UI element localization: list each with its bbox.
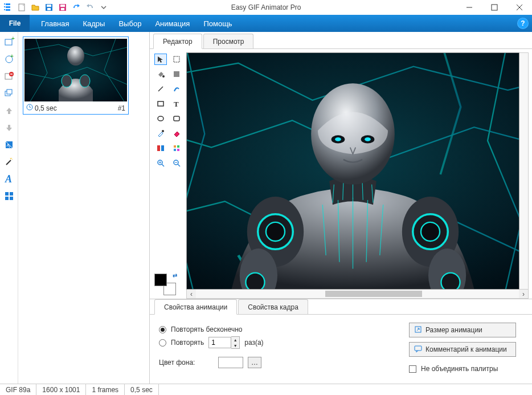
tab-help[interactable]: Помощь — [203, 19, 232, 28]
scroll-left-icon[interactable]: ‹ — [187, 290, 196, 298]
new-icon[interactable] — [16, 2, 27, 13]
qat-dropdown-icon[interactable] — [98, 2, 109, 13]
delete-frame-icon[interactable] — [2, 70, 16, 83]
resize-animation-button[interactable]: Размер анимации — [409, 323, 516, 337]
radio-repeat-n[interactable] — [159, 339, 166, 347]
tab-editor[interactable]: Редактор — [153, 34, 202, 49]
canvas[interactable] — [186, 52, 519, 290]
svg-rect-47 — [161, 145, 164, 151]
marquee-tool[interactable] — [170, 54, 183, 65]
editor-area: Редактор Просмотр T — [149, 32, 532, 384]
svg-point-68 — [245, 273, 264, 290]
zoom-in-tool[interactable] — [154, 157, 167, 169]
repeat-count-stepper[interactable]: ▲▼ — [208, 336, 240, 349]
svg-rect-50 — [174, 149, 176, 151]
save-as-icon[interactable] — [57, 2, 68, 13]
rect-tool[interactable] — [154, 98, 167, 109]
svg-rect-5 — [4, 9, 5, 10]
undo-icon[interactable] — [71, 2, 82, 13]
properties-panel: Повторять бесконечно Повторять ▲▼ раз(а)… — [150, 315, 532, 384]
svg-rect-39 — [174, 71, 179, 77]
spin-down[interactable]: ▼ — [231, 343, 239, 348]
horizontal-scrollbar[interactable]: ‹ › — [186, 290, 529, 299]
bg-color-picker-button[interactable]: … — [248, 357, 261, 368]
effects-icon[interactable] — [2, 138, 16, 152]
swap-colors-icon[interactable]: ⇄ — [173, 272, 177, 279]
frame-thumbnail[interactable]: 0,5 sec #1 — [23, 36, 129, 115]
svg-rect-8 — [47, 5, 51, 7]
text-tool[interactable]: T — [170, 98, 183, 109]
animation-comment-button[interactable]: Комментарий к анимации — [409, 342, 516, 357]
scroll-right-icon[interactable]: › — [519, 290, 528, 298]
label-times: раз(а) — [244, 339, 263, 347]
insert-frame-icon[interactable]: + — [2, 52, 16, 66]
svg-point-69 — [441, 273, 460, 290]
status-bar: GIF 89a 1600 x 1001 1 frames 0,5 sec — [0, 384, 532, 395]
zoom-out-tool[interactable] — [170, 157, 183, 169]
color-swatches[interactable]: ⇄ — [154, 274, 176, 295]
svg-rect-41 — [158, 101, 163, 106]
qat-properties-icon[interactable] — [2, 2, 14, 13]
help-button[interactable]: ? — [517, 18, 529, 29]
foreground-color[interactable] — [154, 274, 167, 286]
vertical-scrollbar[interactable] — [519, 52, 529, 290]
text-icon[interactable]: A — [2, 172, 16, 186]
crop-tool[interactable] — [154, 142, 167, 154]
tab-select[interactable]: Выбор — [118, 19, 141, 28]
svg-line-57 — [178, 164, 180, 166]
tab-preview[interactable]: Просмотр — [203, 34, 254, 48]
tab-main[interactable]: Главная — [41, 19, 69, 28]
svg-point-33 — [67, 46, 84, 66]
svg-rect-30 — [5, 197, 9, 200]
svg-rect-9 — [47, 8, 51, 10]
svg-rect-37 — [174, 56, 179, 62]
grid-icon[interactable] — [2, 189, 16, 203]
resize-icon — [414, 325, 422, 335]
eraser-tool[interactable] — [170, 128, 183, 139]
bg-color-well[interactable] — [218, 357, 243, 368]
repeat-count-input[interactable] — [208, 337, 231, 348]
svg-point-78 — [335, 137, 341, 141]
move-up-icon[interactable] — [2, 104, 16, 117]
close-button[interactable] — [507, 0, 532, 15]
move-down-icon[interactable] — [2, 121, 16, 135]
add-frame-icon[interactable]: + — [2, 35, 16, 49]
scroll-thumb[interactable] — [325, 291, 422, 297]
svg-rect-11 — [60, 5, 65, 7]
svg-point-63 — [266, 222, 285, 241]
svg-text:+: + — [11, 35, 15, 42]
spin-up[interactable]: ▲ — [231, 337, 239, 343]
tab-frames[interactable]: Кадры — [83, 19, 105, 28]
radio-repeat-forever[interactable] — [159, 326, 166, 333]
minimize-button[interactable] — [457, 0, 482, 15]
palette-tool[interactable] — [170, 142, 183, 154]
maximize-button[interactable] — [482, 0, 507, 15]
label-bg-color: Цвет фона: — [159, 359, 214, 367]
frame-index: #1 — [118, 104, 125, 112]
svg-rect-3 — [4, 3, 5, 5]
brush-tool[interactable] — [170, 83, 183, 95]
tab-anim-props[interactable]: Свойства анимации — [154, 299, 237, 315]
tab-frame-props[interactable]: Свойства кадра — [238, 299, 308, 314]
pointer-tool[interactable] — [154, 54, 167, 65]
ellipse-tool[interactable] — [154, 113, 167, 124]
property-tabs: Свойства анимации Свойства кадра — [150, 299, 532, 315]
file-menu[interactable]: File — [0, 15, 30, 32]
rounded-rect-tool[interactable] — [170, 113, 183, 124]
save-icon[interactable] — [43, 2, 55, 13]
fill-tool[interactable] — [154, 68, 167, 80]
label-repeat-forever: Повторять бесконечно — [171, 325, 243, 333]
eyedropper-tool[interactable] — [154, 128, 167, 139]
tab-animation[interactable]: Анимация — [155, 19, 190, 28]
frame-duration: 0,5 sec — [35, 104, 57, 112]
rect-fill-tool[interactable] — [170, 68, 183, 80]
svg-text:+: + — [10, 53, 14, 59]
svg-line-40 — [158, 87, 163, 91]
redo-icon[interactable] — [84, 2, 96, 13]
svg-rect-28 — [5, 192, 9, 196]
open-icon[interactable] — [30, 2, 41, 13]
wizard-icon[interactable] — [2, 155, 16, 169]
checkbox-no-merge-palettes[interactable] — [409, 365, 416, 373]
duplicate-frame-icon[interactable] — [2, 87, 16, 100]
line-tool[interactable] — [154, 83, 167, 95]
